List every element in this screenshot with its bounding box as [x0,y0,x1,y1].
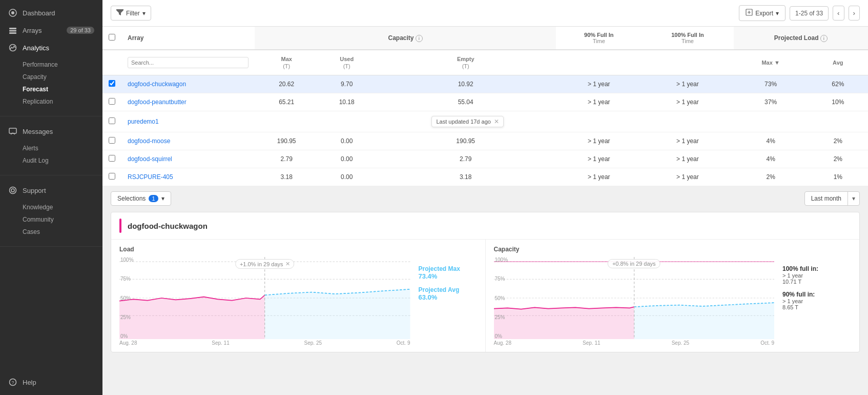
row-array-name[interactable]: puredemo1 [121,111,255,132]
row-checkbox-cell[interactable] [102,132,121,150]
capacity-info-icon[interactable]: i [416,35,423,42]
full100-sub: > 1 year [782,272,851,279]
dashboard-label: Dashboard [23,9,55,17]
select-all-checkbox[interactable] [109,34,115,41]
analytics-label: Analytics [23,44,49,52]
load-y-labels: 100%75%50%25%0% [120,257,134,339]
sidebar-item-cases[interactable]: Cases [23,226,102,238]
row-full90: > 1 year [556,93,642,111]
arrays-label: Arrays [23,27,42,34]
row-proj-avg: 10% [808,93,868,111]
table-row: dogfood-squirrel 2.79 0.00 2.79 > 1 year… [102,150,868,168]
row-checkbox-cell[interactable] [102,75,121,93]
load-chart-label: Load [119,246,477,253]
row-array-name[interactable]: dogfood-squirrel [121,150,255,168]
array-detail-card: dogfood-chuckwagon Load +1.0% in 29 days… [111,212,860,352]
pagination-prev[interactable]: ‹ [833,6,844,21]
row-max: 3.18 [255,168,318,186]
row-checkbox[interactable] [109,173,115,180]
row-checkbox[interactable] [109,137,115,144]
row-full100 [642,111,733,132]
selections-button[interactable]: Selections 1 ▾ [111,191,171,206]
projected-max-label: Projected Max [419,265,477,272]
sidebar-item-support[interactable]: Support [0,182,102,199]
tooltip-popup: Last updated 17d ago ✕ [431,116,503,127]
filter-button[interactable]: Filter ▾ [111,6,151,21]
th-select-all[interactable] [102,27,121,50]
array-link[interactable]: dogfood-chuckwagon [128,81,186,88]
row-checkbox[interactable] [109,98,115,105]
sidebar-item-performance[interactable]: Performance [23,58,102,71]
row-checkbox[interactable] [109,80,115,87]
row-proj-max [734,111,808,132]
th-max-sub: Max(T) [255,50,318,75]
full90-sub: > 1 year [782,298,851,304]
row-checkbox-cell[interactable] [102,150,121,168]
array-search-input[interactable] [128,57,249,68]
array-link[interactable]: puredemo1 [128,118,159,125]
table-row: puredemo1 Last updated 17d ago ✕ [102,111,868,132]
svg-point-7 [10,187,16,194]
row-checkbox-cell[interactable] [102,168,121,186]
timerange-label: Last month [805,192,848,205]
row-empty: 55.04 [375,93,556,111]
row-max: 65.21 [255,93,318,111]
sidebar-item-messages[interactable]: Messages [0,123,102,140]
row-array-name[interactable]: dogfood-moose [121,132,255,150]
toolbar: Filter ▾ Export ▾ 1-25 of 33 ‹ › [102,0,868,27]
sidebar-item-alerts[interactable]: Alerts [23,142,102,154]
row-checkbox[interactable] [109,117,115,124]
sidebar-item-forecast[interactable]: Forecast [23,83,102,95]
row-array-name[interactable]: dogfood-chuckwagon [121,75,255,93]
sidebar-item-audit-log[interactable]: Audit Log [23,154,102,167]
row-empty: 3.18 [375,168,556,186]
export-button[interactable]: Export ▾ [739,5,786,21]
capacity-chart-label: Capacity [494,246,852,253]
help-icon: ? [8,378,17,387]
sidebar-item-capacity[interactable]: Capacity [23,71,102,83]
timerange-arrow-icon: ▾ [848,192,859,205]
sidebar-item-help[interactable]: ? Help [0,373,102,391]
array-link[interactable]: dogfood-peanutbutter [128,98,187,106]
sidebar-item-arrays[interactable]: Arrays 29 of 33 [0,22,102,39]
row-array-name[interactable]: RSJCPURE-405 [121,168,255,186]
projected-load-info-icon[interactable]: i [820,35,828,42]
array-link[interactable]: RSJCPURE-405 [128,173,173,181]
array-link[interactable]: dogfood-moose [128,137,170,145]
full90-val: 8.65 T [782,304,851,310]
analytics-submenu: Performance Capacity Forecast Replicatio… [0,56,102,110]
row-full90: > 1 year [556,75,642,93]
row-checkbox-cell[interactable] [102,111,121,132]
row-full100: > 1 year [642,132,733,150]
messages-label: Messages [23,128,53,135]
sidebar-item-replication[interactable]: Replication [23,95,102,108]
sidebar-item-community[interactable]: Community [23,213,102,226]
bottom-section: Selections 1 ▾ Last month ▾ dogfood-chuc… [102,186,868,395]
analytics-icon [8,43,17,52]
row-used: 0.00 [318,168,375,186]
row-checkbox-cell[interactable] [102,93,121,111]
array-detail-header: dogfood-chuckwagon [111,212,859,240]
th-projmax-sub: Max ▼ [734,50,808,75]
full100-val: 10.71 T [782,279,851,285]
sidebar-item-dashboard[interactable]: Dashboard [0,4,102,22]
table-row: dogfood-chuckwagon 20.62 9.70 10.92 > 1 … [102,75,868,93]
timerange-selector[interactable]: Last month ▾ [804,191,860,206]
tooltip-close-icon[interactable]: ✕ [494,118,499,125]
sidebar-item-analytics[interactable]: Analytics [0,39,102,56]
th-full100: 100% Full InTime [642,27,733,50]
row-proj-max: 4% [734,150,808,168]
th-capacity-group: Capacity i [255,27,556,50]
sidebar-item-knowledge[interactable]: Knowledge [23,201,102,213]
load-chart-wrapper: +1.0% in 29 days ✕ [119,257,477,346]
row-full90: > 1 year [556,168,642,186]
row-array-name[interactable]: dogfood-peanutbutter [121,93,255,111]
annotation-close-icon[interactable]: ✕ [285,261,290,267]
pagination-next[interactable]: › [849,6,860,21]
svg-point-1 [11,11,14,14]
capacity-chart-panel: Capacity +0.8% in 29 days [485,240,860,352]
row-checkbox[interactable] [109,155,115,162]
full100-label: 100% full in: [782,265,851,272]
row-empty: 190.95 [375,132,556,150]
array-link[interactable]: dogfood-squirrel [128,155,172,163]
